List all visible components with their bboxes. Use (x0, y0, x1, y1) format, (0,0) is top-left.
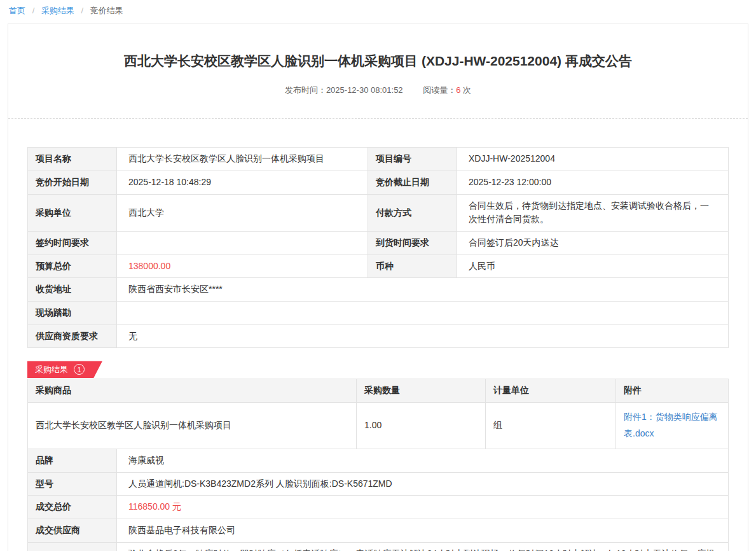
field-label-bid-end: 竞价截止日期 (368, 171, 457, 194)
table-row: 西北大学长安校区教学区人脸识别一体机采购项目 1.00 组 附件1：货物类响应偏… (28, 403, 729, 449)
publish-time-value: 2025-12-30 08:01:52 (326, 85, 403, 95)
table-row: 项目名称 西北大学长安校区教学区人脸识别一体机采购项目 项目编号 XDJJ-HW… (28, 148, 729, 171)
field-value-warranty: 验收合格后2年。响应时效：即时响应（包括电话响应）；电话响应无法解决24小时内到… (117, 542, 729, 551)
result-badge-wrap: 采购结果 1 (27, 361, 729, 378)
field-value-budget: 138000.00 (117, 255, 368, 278)
field-value-project-code: XDJJ-HW-202512004 (457, 148, 729, 171)
table-row: 预算总价 138000.00 币种 人民币 (28, 255, 729, 278)
field-value-project-name: 西北大学长安校区教学区人脸识别一体机采购项目 (117, 148, 368, 171)
table-row: 质保及售后服务 验收合格后2年。响应时效：即时响应（包括电话响应）；电话响应无法… (28, 542, 729, 551)
cell-product: 西北大学长安校区教学区人脸识别一体机采购项目 (28, 403, 357, 449)
field-label-bid-start: 竞价开始日期 (28, 171, 117, 194)
result-badge: 采购结果 1 (27, 361, 102, 378)
breadcrumb-separator: / (32, 6, 35, 15)
announcement-card: 西北大学长安校区教学区人脸识别一体机采购项目 (XDJJ-HW-20251200… (8, 24, 748, 551)
field-label-supplier: 成交供应商 (28, 519, 117, 543)
breadcrumb-home-link[interactable]: 首页 (9, 6, 25, 15)
field-value-supplier: 陕西基品电子科技有限公司 (117, 519, 729, 543)
table-row: 型号 人员通道闸机:DS-K3B423ZMD2系列 人脸识别面板:DS-K567… (28, 472, 729, 496)
cell-attachment: 附件1：货物类响应偏离表.docx (616, 403, 729, 449)
breadcrumb: 首页 / 采购结果 / 竞价结果 (0, 0, 756, 17)
field-label-budget: 预算总价 (28, 255, 117, 278)
breadcrumb-separator: / (81, 6, 84, 15)
announcement-content: 项目名称 西北大学长安校区教学区人脸识别一体机采购项目 项目编号 XDJJ-HW… (8, 119, 748, 551)
announcement-header: 西北大学长安校区教学区人脸识别一体机采购项目 (XDJJ-HW-20251200… (8, 24, 748, 119)
field-value-model: 人员通道闸机:DS-K3B423ZMD2系列 人脸识别面板:DS-K5671ZM… (117, 472, 729, 496)
field-value-site-visit (117, 302, 729, 325)
cell-unit: 组 (486, 403, 616, 449)
views-count: 6 (456, 85, 460, 95)
field-value-sign-time (117, 232, 368, 255)
field-label-qualification: 供应商资质要求 (28, 324, 117, 348)
cell-quantity: 1.00 (357, 403, 486, 449)
table-row: 供应商资质要求 无 (28, 324, 729, 348)
field-value-delivery-time: 合同签订后20天内送达 (457, 232, 729, 255)
field-label-delivery-time: 到货时间要求 (368, 232, 457, 255)
table-row: 签约时间要求 到货时间要求 合同签订后20天内送达 (28, 232, 729, 255)
field-value-bid-end: 2025-12-23 12:00:00 (457, 171, 729, 194)
breadcrumb-parent-link[interactable]: 采购结果 (41, 6, 74, 15)
announcement-meta: 发布时间：2025-12-30 08:01:52 阅读量：6 次 (34, 85, 722, 96)
page-title: 西北大学长安校区教学区人脸识别一体机采购项目 (XDJJ-HW-20251200… (34, 52, 722, 69)
field-label-sign-time: 签约时间要求 (28, 232, 117, 255)
field-label-project-code: 项目编号 (368, 148, 457, 171)
table-row: 采购单位 西北大学 付款方式 合同生效后，待货物到达指定地点、安装调试验收合格后… (28, 194, 729, 231)
field-value-address: 陕西省西安市长安区**** (117, 278, 729, 302)
result-badge-number: 1 (74, 364, 85, 375)
field-label-payment: 付款方式 (368, 194, 457, 231)
field-value-bid-start: 2025-12-18 10:48:29 (117, 171, 368, 194)
field-label-address: 收货地址 (28, 278, 117, 302)
table-row: 现场踏勘 (28, 302, 729, 325)
field-value-payment: 合同生效后，待货物到达指定地点、安装调试验收合格后，一次性付清合同货款。 (457, 194, 729, 231)
result-table: 采购商品 采购数量 计量单位 附件 西北大学长安校区教学区人脸识别一体机采购项目… (27, 379, 729, 449)
table-row: 成交供应商 陕西基品电子科技有限公司 (28, 519, 729, 543)
result-detail-table: 品牌 海康威视 型号 人员通道闸机:DS-K3B423ZMD2系列 人脸识别面板… (27, 449, 729, 551)
table-row: 品牌 海康威视 (28, 449, 729, 472)
column-header-quantity: 采购数量 (357, 379, 486, 403)
field-label-model: 型号 (28, 472, 117, 496)
field-label-purchaser: 采购单位 (28, 194, 117, 231)
column-header-unit: 计量单位 (486, 379, 616, 403)
views-label: 阅读量： (423, 85, 456, 95)
field-value-deal-price: 116850.00 元 (117, 496, 729, 519)
field-label-currency: 币种 (368, 255, 457, 278)
views: 阅读量：6 次 (423, 85, 471, 95)
field-value-purchaser: 西北大学 (117, 194, 368, 231)
attachment-link[interactable]: 附件1：货物类响应偏离表.docx (624, 412, 718, 438)
views-unit: 次 (463, 85, 471, 95)
column-header-attachment: 附件 (616, 379, 729, 403)
result-badge-label: 采购结果 (35, 364, 68, 375)
publish-time-label: 发布时间： (285, 85, 326, 95)
table-row: 竞价开始日期 2025-12-18 10:48:29 竞价截止日期 2025-1… (28, 171, 729, 194)
field-label-deal-price: 成交总价 (28, 496, 117, 519)
breadcrumb-current: 竞价结果 (90, 6, 123, 15)
field-label-warranty: 质保及售后服务 (28, 542, 117, 551)
field-label-brand: 品牌 (28, 449, 117, 472)
publish-time: 发布时间：2025-12-30 08:01:52 (285, 85, 403, 95)
field-value-qualification: 无 (117, 324, 729, 348)
table-row: 收货地址 陕西省西安市长安区**** (28, 278, 729, 302)
field-label-project-name: 项目名称 (28, 148, 117, 171)
field-label-site-visit: 现场踏勘 (28, 302, 117, 325)
table-header-row: 采购商品 采购数量 计量单位 附件 (28, 379, 729, 403)
table-row: 成交总价 116850.00 元 (28, 496, 729, 519)
column-header-product: 采购商品 (28, 379, 357, 403)
field-value-brand: 海康威视 (117, 449, 729, 472)
field-value-currency: 人民币 (457, 255, 729, 278)
project-info-table: 项目名称 西北大学长安校区教学区人脸识别一体机采购项目 项目编号 XDJJ-HW… (27, 147, 729, 348)
